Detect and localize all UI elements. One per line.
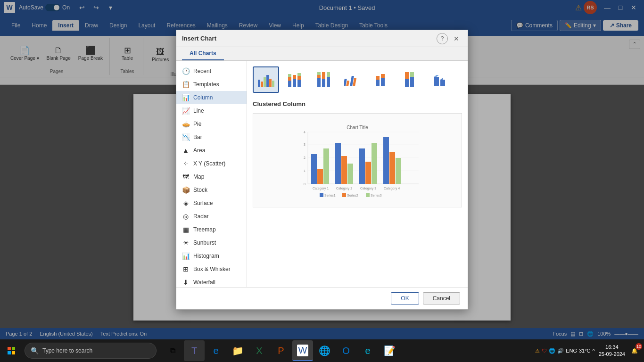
powerpoint-icon[interactable]: P bbox=[271, 340, 291, 361]
sidebar-item-surface[interactable]: ◈ Surface bbox=[176, 197, 247, 210]
3d-column-svg bbox=[432, 70, 451, 89]
recent-label: Recent bbox=[193, 68, 211, 74]
chart-thumb-3d-column[interactable] bbox=[428, 66, 454, 93]
windows-icon bbox=[8, 347, 15, 354]
sidebar-item-treemap[interactable]: ▦ Treemap bbox=[176, 223, 247, 236]
task-view-icon: ⧉ bbox=[170, 346, 175, 355]
line-icon: 📈 bbox=[182, 107, 190, 115]
cancel-button[interactable]: Cancel bbox=[423, 292, 460, 304]
100-stacked-svg bbox=[315, 70, 334, 89]
task-view-button[interactable]: ⧉ bbox=[162, 340, 183, 361]
notification-center[interactable]: 🔔 10 bbox=[629, 345, 640, 356]
sidebar-item-radar[interactable]: ◎ Radar bbox=[176, 210, 247, 223]
edge2-icon[interactable]: e bbox=[357, 340, 378, 361]
sidebar-item-area[interactable]: ▲ Area bbox=[176, 144, 247, 157]
stock-icon: 📦 bbox=[182, 186, 190, 194]
chart-thumb-3d-100[interactable] bbox=[399, 66, 425, 93]
sidebar-item-box-whisker[interactable]: ⊞ Box & Whisker bbox=[176, 263, 247, 276]
sidebar-item-line[interactable]: 📈 Line bbox=[176, 104, 247, 117]
teams-icon[interactable]: T bbox=[184, 340, 205, 361]
stock-label: Stock bbox=[193, 187, 207, 193]
chart-thumb-3d-stacked[interactable] bbox=[370, 66, 396, 93]
date-display: 25-09-2024 bbox=[599, 351, 625, 358]
svg-rect-62 bbox=[396, 158, 401, 184]
sidebar-item-map[interactable]: 🗺 Map bbox=[176, 170, 247, 183]
system-tray: ⚠ 🛡 🌐 🔊 ENG 31°C ^ bbox=[535, 348, 595, 354]
radar-label: Radar bbox=[193, 213, 209, 220]
svg-rect-61 bbox=[389, 152, 395, 184]
sidebar-item-xy[interactable]: ⁘ X Y (Scatter) bbox=[176, 157, 247, 170]
sidebar-item-templates[interactable]: 📋 Templates bbox=[176, 78, 247, 91]
chart-thumb-3d-clustered[interactable] bbox=[340, 66, 367, 93]
modal-close-button[interactable]: ✕ bbox=[451, 33, 462, 44]
word-app-icon: W bbox=[297, 345, 309, 356]
column-label: Column bbox=[193, 94, 213, 101]
svg-rect-0 bbox=[258, 80, 260, 87]
svg-text:1: 1 bbox=[304, 169, 305, 173]
svg-rect-25 bbox=[376, 80, 380, 86]
sunburst-label: Sunburst bbox=[193, 239, 216, 246]
svg-rect-20 bbox=[327, 72, 330, 77]
sidebar-item-histogram[interactable]: 📊 Histogram bbox=[176, 249, 247, 263]
templates-icon: 📋 bbox=[182, 81, 190, 88]
chart-thumb-clustered-column[interactable] bbox=[253, 66, 279, 93]
svg-rect-1 bbox=[261, 82, 263, 87]
recent-icon: 🕐 bbox=[182, 67, 190, 75]
sidebar-item-recent[interactable]: 🕐 Recent bbox=[176, 65, 247, 78]
treemap-icon: ▦ bbox=[182, 226, 190, 233]
chart-thumb-stacked-column[interactable] bbox=[282, 66, 308, 93]
word-taskbar-icon[interactable]: W bbox=[292, 340, 313, 361]
chart-type-area: Clustered Column Chart Title bbox=[247, 61, 468, 287]
edge2-app-icon: e bbox=[365, 346, 370, 356]
warning-tray-icon: ⚠ bbox=[535, 348, 540, 354]
volume-icon: 🔊 bbox=[557, 348, 564, 354]
sidebar-item-sunburst[interactable]: ☀ Sunburst bbox=[176, 236, 247, 249]
area-icon: ▲ bbox=[182, 147, 190, 154]
svg-rect-51 bbox=[311, 154, 317, 184]
svg-rect-7 bbox=[288, 77, 291, 81]
svg-rect-5 bbox=[272, 81, 274, 87]
chrome-icon[interactable]: 🌐 bbox=[314, 340, 335, 361]
excel-icon[interactable]: X bbox=[249, 340, 270, 361]
ok-button[interactable]: OK bbox=[391, 292, 419, 304]
3d-100-svg bbox=[403, 70, 421, 89]
svg-rect-6 bbox=[288, 81, 291, 87]
svg-rect-12 bbox=[297, 76, 301, 80]
modal-help-button[interactable]: ? bbox=[437, 33, 448, 44]
system-tray-expand[interactable]: ^ bbox=[593, 348, 595, 354]
chart-preview-svg: Chart Title 0 1 2 3 4 bbox=[287, 123, 428, 198]
histogram-label: Histogram bbox=[193, 253, 219, 259]
outlook-icon[interactable]: O bbox=[336, 340, 356, 361]
modal-tabs: All Charts bbox=[176, 47, 468, 61]
xy-label: X Y (Scatter) bbox=[193, 160, 225, 167]
clock[interactable]: 16:34 25-09-2024 bbox=[599, 344, 625, 358]
sidebar-item-waterfall[interactable]: ⬇ Waterfall bbox=[176, 276, 247, 287]
chart-thumb-100-stacked[interactable] bbox=[311, 66, 338, 93]
modal-body: 🕐 Recent 📋 Templates 📊 Column 📈 Line 🥧 bbox=[176, 61, 468, 287]
svg-text:Chart Title: Chart Title bbox=[347, 125, 368, 130]
file-explorer-icon[interactable]: 📁 bbox=[227, 340, 248, 361]
pie-icon: 🥧 bbox=[182, 120, 190, 128]
svg-rect-76 bbox=[12, 351, 15, 354]
start-button[interactable] bbox=[0, 339, 23, 362]
svg-rect-73 bbox=[8, 347, 11, 350]
sidebar-item-pie[interactable]: 🥧 Pie bbox=[176, 117, 247, 131]
chrome-app-icon: 🌐 bbox=[319, 345, 330, 356]
svg-text:0: 0 bbox=[304, 182, 305, 186]
modal-header: Insert Chart ? ✕ bbox=[176, 30, 468, 47]
outlook-app-icon: O bbox=[342, 346, 350, 356]
taskbar-search[interactable]: 🔍 Type here to search bbox=[25, 343, 157, 359]
svg-rect-4 bbox=[269, 79, 272, 87]
powerpoint-app-icon: P bbox=[278, 346, 284, 356]
sidebar-item-bar[interactable]: 📉 Bar bbox=[176, 131, 247, 144]
line-label: Line bbox=[193, 107, 204, 114]
sidebar-item-stock[interactable]: 📦 Stock bbox=[176, 183, 247, 197]
modal-tab-all-charts[interactable]: All Charts bbox=[182, 47, 224, 60]
sidebar-item-column[interactable]: 📊 Column bbox=[176, 91, 247, 104]
svg-rect-11 bbox=[297, 80, 301, 87]
svg-rect-8 bbox=[288, 74, 291, 77]
edge-icon[interactable]: e bbox=[206, 340, 226, 361]
temperature-indicator: 31°C bbox=[579, 348, 591, 354]
svg-text:Category 4: Category 4 bbox=[384, 187, 400, 190]
sticky-notes-icon[interactable]: 📝 bbox=[379, 340, 400, 361]
